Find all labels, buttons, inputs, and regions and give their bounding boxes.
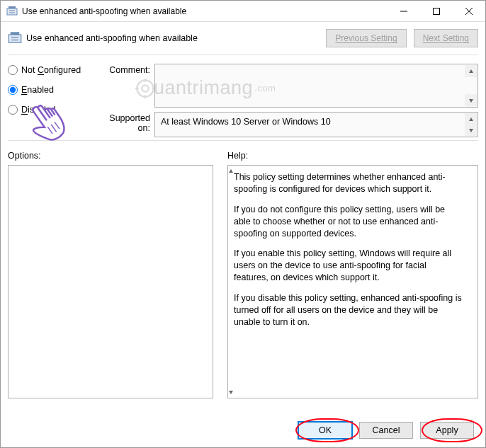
scroll-down-icon[interactable]	[228, 387, 234, 397]
scroll-down-icon[interactable]	[465, 94, 477, 106]
radio-disabled[interactable]: Disabled	[8, 105, 96, 115]
minimize-button[interactable]	[388, 1, 420, 22]
supported-label: Supported on:	[96, 112, 154, 133]
state-radio-group: Not Configured Enabled Disabled	[8, 64, 96, 137]
scroll-up-icon[interactable]	[465, 65, 477, 77]
radio-disabled-input[interactable]	[8, 105, 18, 115]
policy-icon	[8, 31, 22, 45]
svg-rect-5	[434, 8, 440, 14]
maximize-button[interactable]	[420, 1, 453, 22]
radio-enabled[interactable]: Enabled	[8, 85, 96, 95]
svg-rect-1	[9, 6, 16, 8]
radio-enabled-input[interactable]	[8, 85, 18, 95]
supported-text: At least Windows 10 Server or Windows 10	[155, 113, 477, 131]
svg-marker-15	[469, 129, 473, 132]
comment-label: Comment:	[96, 64, 154, 75]
svg-marker-14	[469, 117, 473, 121]
supported-textbox: At least Windows 10 Server or Windows 10	[154, 112, 478, 137]
policy-icon	[6, 6, 18, 17]
dialog-buttons: OK Cancel Apply	[298, 422, 474, 439]
policy-title: Use enhanced anti-spoofing when availabl…	[26, 33, 198, 43]
help-panel: This policy setting determines whether e…	[227, 165, 478, 398]
close-button[interactable]	[453, 1, 485, 22]
help-label: Help:	[227, 151, 478, 161]
divider	[8, 54, 478, 55]
svg-marker-13	[469, 99, 473, 103]
options-label: Options:	[8, 151, 213, 161]
scroll-up-icon[interactable]	[228, 166, 234, 176]
next-setting-button[interactable]: Next Setting	[414, 29, 478, 47]
scroll-down-icon[interactable]	[465, 124, 477, 136]
cancel-button[interactable]: Cancel	[359, 422, 413, 439]
apply-button[interactable]: Apply	[420, 422, 474, 439]
previous-setting-button[interactable]: Previous Setting	[326, 29, 406, 47]
ok-button[interactable]: OK	[298, 422, 352, 439]
svg-rect-9	[11, 32, 20, 35]
options-panel	[8, 165, 213, 398]
comment-textbox[interactable]	[154, 64, 478, 108]
svg-marker-12	[469, 69, 473, 73]
svg-rect-8	[9, 35, 21, 42]
svg-marker-17	[229, 391, 233, 394]
header-row: Use enhanced anti-spoofing when availabl…	[1, 22, 485, 52]
help-text: This policy setting determines whether e…	[228, 166, 477, 343]
svg-rect-0	[7, 8, 17, 15]
radio-not-configured-input[interactable]	[8, 65, 18, 75]
svg-marker-16	[229, 169, 233, 173]
window-title: Use enhanced anti-spoofing when availabl…	[22, 6, 388, 16]
divider	[8, 140, 478, 141]
radio-not-configured[interactable]: Not Configured	[8, 65, 96, 75]
titlebar: Use enhanced anti-spoofing when availabl…	[1, 1, 485, 22]
